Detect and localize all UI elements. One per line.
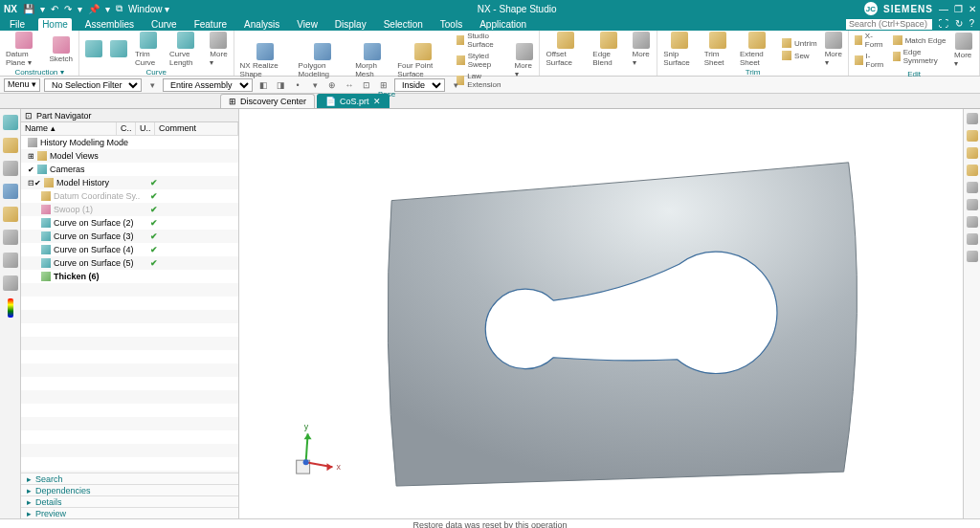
trim-curve-button[interactable]: Trim Curve <box>133 31 164 68</box>
trim-more-button[interactable]: More ▾ <box>823 31 844 68</box>
tab-discovery[interactable]: ⊞Discovery Center <box>220 94 315 108</box>
four-point-surface-button[interactable]: Four Point Surface <box>395 42 451 79</box>
tree-row[interactable]: ✔Cameras <box>21 163 238 176</box>
curve-length-button[interactable]: Curve Length <box>167 31 204 68</box>
mid-more-button[interactable]: More ▾ <box>631 31 654 68</box>
rr-icon-1[interactable] <box>967 113 978 124</box>
col-comment[interactable]: Comment <box>155 122 238 135</box>
edge-blend-button[interactable]: Edge Blend <box>590 31 626 68</box>
command-search[interactable] <box>846 19 932 30</box>
rr-icon-3[interactable] <box>967 147 978 159</box>
sew-button[interactable]: Sew <box>780 50 819 61</box>
rr-icon-8[interactable] <box>967 233 978 245</box>
rail-history-icon[interactable] <box>3 230 18 245</box>
undo-icon[interactable]: ↶ <box>51 4 58 14</box>
menu-display[interactable]: Display <box>331 18 370 31</box>
rr-icon-9[interactable] <box>967 251 978 262</box>
restore-button[interactable]: ❐ <box>954 4 963 14</box>
footer-dependencies[interactable]: ▸ Dependencies <box>21 484 238 495</box>
menu-analysis[interactable]: Analysis <box>240 18 283 31</box>
sel-tool6-icon[interactable]: ↔ <box>343 78 356 92</box>
col-u[interactable]: U.. <box>136 122 155 135</box>
sel-tool2-icon[interactable]: ◨ <box>274 78 287 92</box>
sel-tool7-icon[interactable]: ⊡ <box>360 78 373 92</box>
rail-roles-icon[interactable] <box>3 253 18 268</box>
line-button[interactable] <box>83 39 104 59</box>
filter-icon[interactable]: ▾ <box>145 78 159 92</box>
rail-assembly-icon[interactable] <box>3 138 18 153</box>
rail-navigator-icon[interactable] <box>3 115 18 130</box>
tree-row[interactable]: Curve on Surface (3)✔ <box>21 230 238 243</box>
edit-more-button[interactable]: More ▾ <box>952 32 975 69</box>
selection-mode[interactable]: Inside <box>394 78 445 92</box>
menu-assemblies[interactable]: Assemblies <box>81 18 138 31</box>
studio-surface-button[interactable]: Studio Surface <box>455 31 508 50</box>
menu-curve[interactable]: Curve <box>147 18 181 31</box>
menu-application[interactable]: Application <box>476 18 530 31</box>
match-edge-button[interactable]: Match Edge <box>891 34 948 46</box>
rail-gradient-icon[interactable] <box>8 298 13 318</box>
help-icon[interactable]: ? <box>969 18 974 29</box>
close-tab-icon[interactable]: ✕ <box>373 97 381 106</box>
refresh-icon[interactable]: ↻ <box>955 18 963 29</box>
rr-icon-4[interactable] <box>967 165 978 176</box>
dropdown-icon[interactable]: ▾ <box>40 4 45 14</box>
assembly-scope[interactable]: Entire Assembly <box>163 78 253 92</box>
extend-sheet-button[interactable]: Extend Sheet <box>738 31 776 68</box>
polygon-modeling-button[interactable]: Polygon Modeling <box>297 42 350 79</box>
footer-search[interactable]: ▸ Search <box>21 473 238 484</box>
tree-row[interactable]: Swoop (1)✔ <box>21 203 238 216</box>
tree-row[interactable]: Curve on Surface (5)✔ <box>21 256 238 270</box>
sel-tool5-icon[interactable]: ⊕ <box>325 78 339 92</box>
redo-icon[interactable]: ↷ <box>64 4 72 14</box>
qat-icon[interactable]: ▾ <box>78 4 82 14</box>
menu-selection[interactable]: Selection <box>380 18 427 31</box>
menu-tools[interactable]: Tools <box>436 18 466 31</box>
curve-more-button[interactable]: More ▾ <box>208 31 229 68</box>
sel-tool4-icon[interactable]: ▾ <box>308 78 322 92</box>
tree-row[interactable]: ⊟✔Model History✔ <box>21 176 238 189</box>
minimize-button[interactable]: — <box>939 4 948 14</box>
footer-preview[interactable]: ▸ Preview <box>21 507 238 518</box>
sel-tool8-icon[interactable]: ⊞ <box>377 78 390 92</box>
rr-icon-5[interactable] <box>967 182 978 193</box>
tab-cos-prt[interactable]: 📄CoS.prt✕ <box>317 94 390 108</box>
rail-reuse-icon[interactable] <box>3 184 18 199</box>
datum-plane-button[interactable]: Datum Plane ▾ <box>4 31 43 68</box>
iform-button[interactable]: I-Form <box>853 51 887 70</box>
sel-tool1-icon[interactable]: ◧ <box>256 78 270 92</box>
menu-dropdown[interactable]: Menu ▾ <box>4 78 40 92</box>
graphics-viewport[interactable]: x y <box>239 109 963 518</box>
window-dropdown[interactable]: Window ▾ <box>128 4 169 14</box>
arc-button[interactable] <box>108 39 129 59</box>
footer-details[interactable]: ▸ Details <box>21 495 238 507</box>
styled-sweep-button[interactable]: Styled Sweep <box>455 51 508 70</box>
tree-row[interactable]: History Modeling Mode <box>21 136 238 149</box>
snip-surface-button[interactable]: Snip Surface <box>661 31 699 68</box>
save-icon[interactable]: 💾 <box>23 4 34 14</box>
base-more-button[interactable]: More ▾ <box>513 42 536 79</box>
tree-row[interactable]: Curve on Surface (4)✔ <box>21 243 238 256</box>
close-button[interactable]: ✕ <box>969 4 976 14</box>
tree-row[interactable]: ⊞Model Views <box>21 149 238 163</box>
view-triad[interactable]: x y <box>297 422 342 473</box>
selection-filter[interactable]: No Selection Filter <box>44 78 142 92</box>
col-name[interactable]: Name ▴ <box>21 122 117 135</box>
trim-sheet-button[interactable]: Trim Sheet <box>702 31 734 68</box>
user-avatar[interactable]: JC <box>864 2 878 15</box>
rail-constraint-icon[interactable] <box>3 161 18 176</box>
col-c[interactable]: C.. <box>117 122 136 135</box>
morph-mesh-button[interactable]: Morph Mesh <box>353 42 391 79</box>
pin-icon[interactable]: 📌 <box>88 4 100 14</box>
nx-realize-button[interactable]: NX Realize Shape <box>238 42 293 79</box>
sketch-button[interactable]: Sketch <box>47 35 74 64</box>
menu-feature[interactable]: Feature <box>190 18 231 31</box>
tree-row[interactable]: Datum Coordinate Sy..✔ <box>21 189 238 203</box>
sel-tool9-icon[interactable]: ▾ <box>449 78 462 92</box>
feature-tree[interactable]: History Modeling Mode⊞Model Views✔Camera… <box>21 136 238 473</box>
sel-tool3-icon[interactable]: • <box>291 78 304 92</box>
untrim-button[interactable]: Untrim <box>780 37 819 49</box>
xform-button[interactable]: X-Form <box>853 31 887 50</box>
tree-row[interactable]: Curve on Surface (2)✔ <box>21 216 238 230</box>
fullscreen-icon[interactable]: ⛶ <box>939 18 948 29</box>
